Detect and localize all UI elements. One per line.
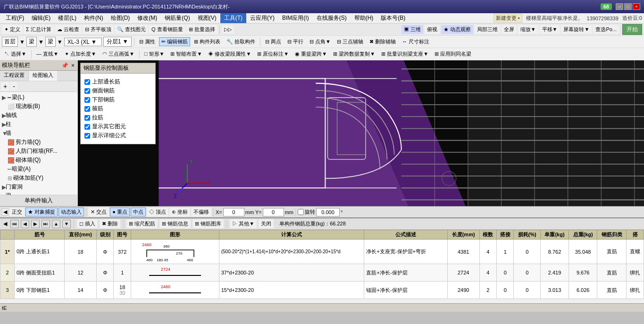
btn-rect[interactable]: □ 矩形▼	[142, 50, 167, 58]
btn-point-length[interactable]: ✦ 点加长度▼	[62, 50, 99, 58]
btn-vertex[interactable]: ◇ 顶点	[147, 208, 168, 216]
btn-midpoint[interactable]: ● 重点	[110, 208, 130, 216]
tb-dynamic-obs[interactable]: ★ 动态观察	[441, 25, 473, 34]
bt-nav-up[interactable]: ▲	[52, 220, 60, 228]
btn-dimension[interactable]: ↔ 尺寸标注	[400, 37, 432, 46]
btn-coord[interactable]: ⊕ 坐标	[169, 208, 190, 216]
tree-door-wall[interactable]: 🧱 人防门框墙(RF...	[1, 147, 76, 156]
btn-three-arc[interactable]: ◠ 三点画弧▼	[100, 50, 137, 58]
btn-edit-rebar[interactable]: ✏ 编辑钢筋	[159, 37, 190, 46]
cb-tie-rebar[interactable]: 拉筋	[84, 113, 151, 122]
tree-slab[interactable]: ⬜ 现浇板(B)	[1, 102, 76, 111]
tb-pan[interactable]: 平移▼	[540, 25, 560, 34]
btn-intersection[interactable]: ✕ 交点	[88, 208, 109, 216]
title-maximize[interactable]: □	[624, 3, 632, 10]
tb-more[interactable]: ▷▷	[222, 25, 234, 33]
btn-apply-same[interactable]: ⊞ 应用到同名梁	[432, 50, 474, 58]
tb-level-top[interactable]: ⊟ 齐平板顶	[83, 25, 114, 34]
tb-cloud-check[interactable]: ☁ 云检查	[55, 25, 82, 34]
cb-side-rebar[interactable]: 侧面钢筋	[84, 86, 151, 95]
tb-summary[interactable]: Σ 汇总计算	[24, 25, 54, 34]
tree-opening[interactable]: ▶ 门窗洞	[1, 183, 76, 191]
tab-draw[interactable]: 绘图输入	[29, 71, 57, 81]
menu-component[interactable]: 构件(N)	[80, 13, 107, 23]
btn-property[interactable]: ⊟ 属性	[137, 37, 158, 46]
tree-masonry-rebar[interactable]: ⊞ 砌体加筋(Y)	[1, 174, 76, 183]
menu-edit[interactable]: 编辑(E)	[28, 13, 54, 23]
tb-define[interactable]: ✦ 定义	[2, 25, 23, 34]
title-close[interactable]: ×	[633, 3, 640, 10]
tree-shear-wall[interactable]: 🧱 剪力墙(Q)	[1, 138, 76, 147]
btn-center[interactable]: 中点	[131, 208, 146, 216]
tb-screen-rotate[interactable]: 屏幕旋转▼	[561, 25, 592, 34]
btn-snap[interactable]: ★ 对象捕捉	[25, 208, 58, 216]
tb-zoom[interactable]: 缩放▼	[518, 25, 538, 34]
btn-dynamic-input[interactable]: 动态输入	[59, 208, 84, 216]
y-input[interactable]	[263, 208, 284, 216]
menu-tools[interactable]: 工具(T)	[220, 13, 246, 23]
menu-draw[interactable]: 绘图(D)	[107, 13, 134, 23]
tree-add[interactable]: +	[1, 82, 9, 91]
btn-reextract[interactable]: ◉ 重提梁跨▼	[293, 50, 329, 58]
floating-panel-header[interactable]: 钢筋显示控制面板	[81, 63, 155, 74]
x-input[interactable]	[223, 208, 244, 216]
menu-file[interactable]: 工程(F)	[2, 13, 28, 23]
btn-smart-layout[interactable]: ⊞ 智能布置▼	[168, 50, 204, 58]
panel-pin[interactable]: 📌	[60, 62, 69, 69]
tab-project[interactable]: 工程设置	[0, 71, 29, 81]
bt-insert[interactable]: ◻ 插入	[77, 219, 98, 228]
bt-rebar-info[interactable]: ⊞ 钢筋信息	[159, 219, 191, 228]
btn-modify-beam[interactable]: ◈ 修改梁段属性▼	[206, 50, 253, 58]
new-change-btn[interactable]: 新建变更 •	[493, 14, 522, 23]
btn-select[interactable]: ↖ 选择▼	[2, 50, 29, 58]
btn-copy-data[interactable]: ⊞ 梁跨数据复制▼	[331, 50, 377, 58]
bt-delete[interactable]: ✖ 删除	[100, 219, 120, 228]
bt-other[interactable]: ▷ 其他▼	[230, 219, 257, 228]
menu-view[interactable]: 视图(V)	[194, 13, 220, 23]
btn-no-move[interactable]: 不偏移	[191, 208, 211, 216]
tree-hidden-beam[interactable]: ━ 暗梁(A)	[1, 165, 76, 174]
tree-beam[interactable]: ▶ ━ 梁(L)	[1, 93, 76, 102]
tb-batch[interactable]: ⊞ 批量选择	[186, 25, 217, 34]
btn-two-points[interactable]: ⊟ 两点	[263, 37, 284, 46]
cb-bottom-rebar[interactable]: 下部钢筋	[84, 95, 151, 104]
layer-select[interactable]: 分层1 ▼	[103, 37, 132, 47]
start-button[interactable]: 开始	[622, 24, 642, 35]
tree-beam2[interactable]: ▼ 梁	[1, 191, 76, 195]
btn-three-axis[interactable]: ⊟ 三点辅轴	[335, 37, 366, 46]
btn-del-axis[interactable]: ✖ 删除辅轴	[367, 37, 398, 46]
btn-line[interactable]: — 直线▼	[34, 50, 61, 58]
btn-ortho[interactable]: 正交	[9, 208, 25, 216]
tb-query-select[interactable]: 查选Po...	[593, 25, 619, 34]
menu-modify[interactable]: 修改(M)	[134, 13, 161, 23]
tb-partial-3d[interactable]: 局部三维	[475, 25, 500, 34]
rotate-checkbox[interactable]	[298, 209, 304, 215]
tree-masonry[interactable]: 🧱 砌体墙(Q)	[1, 156, 76, 165]
tb-top-view[interactable]: 俯视	[425, 25, 440, 34]
menu-cloud[interactable]: 云应用(Y)	[246, 13, 278, 23]
btn-pick-comp[interactable]: 🔧 拾取构件	[224, 37, 258, 46]
status-resize[interactable]: ◀	[2, 208, 8, 216]
cb-stirrup[interactable]: 箍筋	[84, 104, 151, 113]
rotate-input[interactable]	[316, 208, 340, 216]
bt-nav-first[interactable]: ⏮	[10, 220, 19, 228]
tree-axis[interactable]: ▶ 轴线	[1, 111, 76, 120]
bt-close[interactable]: 关闭	[259, 219, 274, 228]
btn-angle[interactable]: ⊟ 点角▼	[307, 37, 333, 46]
cb-show-other[interactable]: 显示其它图元	[84, 122, 151, 131]
tb-view-rebar[interactable]: Q 查看钢筋量	[149, 25, 185, 34]
tb-3d[interactable]: ▣ 三维	[401, 25, 423, 34]
tb-fullscreen[interactable]: 全屏	[502, 25, 517, 34]
btn-comp-list[interactable]: ⊞ 构件列表	[192, 37, 223, 46]
tree-column[interactable]: ▶ 柱	[1, 120, 76, 129]
btn-batch-recog[interactable]: ⊞ 批量识别梁支座▼	[379, 50, 431, 58]
table-row[interactable]: 3 0跨 下部钢筋1 14 Φ 1830 2460 15*d+2300-20 锚…	[0, 282, 644, 299]
btn-parallel[interactable]: ⊟ 平行	[285, 37, 306, 46]
code-select[interactable]: XL-3 (XL ▼	[64, 38, 102, 46]
panel-close[interactable]: ×	[70, 62, 75, 69]
btn-origin-mark[interactable]: ⊞ 原位标注▼	[255, 50, 291, 58]
menu-help[interactable]: 帮助(H)	[351, 13, 377, 23]
tree-remove[interactable]: -	[10, 82, 17, 91]
bt-nav-next[interactable]: ▶	[31, 220, 40, 228]
bt-rebar-lib[interactable]: ⊞ 钢筋图库	[192, 219, 224, 228]
